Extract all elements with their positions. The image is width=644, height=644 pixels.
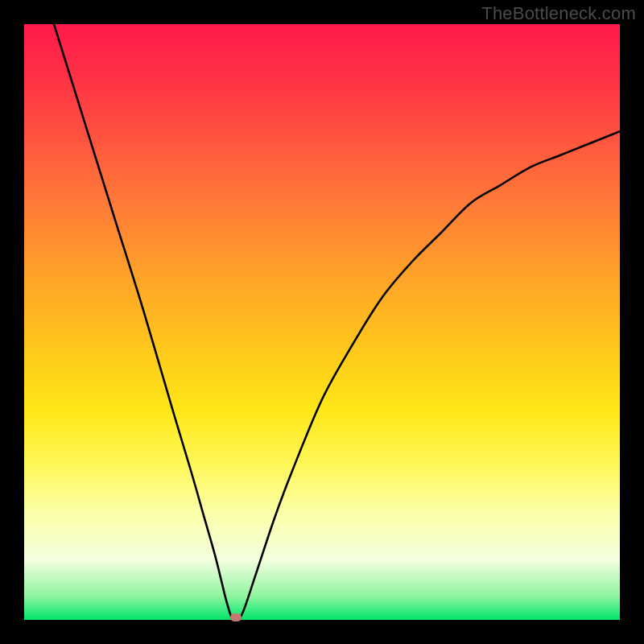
- watermark-text: TheBottleneck.com: [481, 3, 636, 24]
- optimal-point-marker: [230, 613, 242, 621]
- plot-area: [24, 24, 620, 620]
- bottleneck-curve: [24, 24, 620, 620]
